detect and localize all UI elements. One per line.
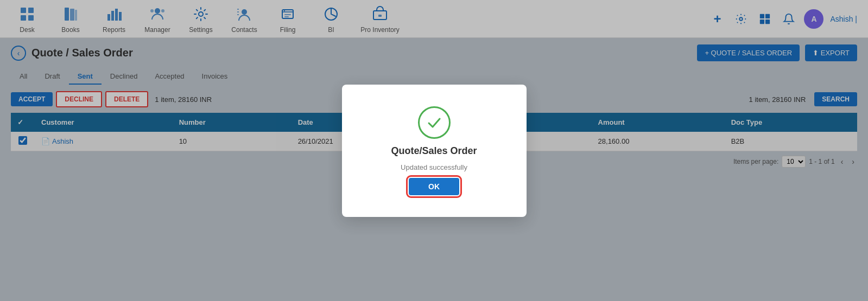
modal-title: Quote/Sales Order <box>391 145 477 157</box>
modal-overlay: Quote/Sales Order Updated successfully O… <box>0 0 868 301</box>
success-modal: Quote/Sales Order Updated successfully O… <box>342 85 527 217</box>
success-check-icon <box>418 106 451 139</box>
modal-subtitle: Updated successfully <box>401 163 467 171</box>
modal-ok-button[interactable]: OK <box>409 178 459 195</box>
